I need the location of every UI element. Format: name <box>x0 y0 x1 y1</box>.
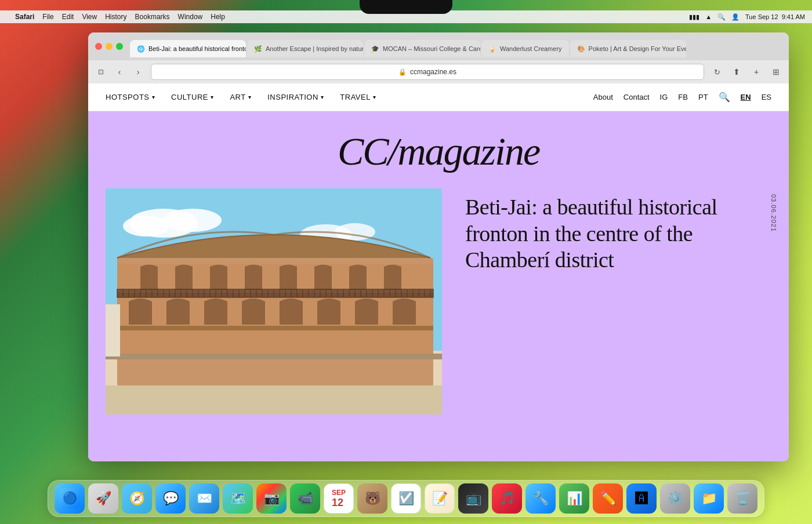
dock-facetime[interactable]: 📹 <box>290 483 320 514</box>
hero-text-area: Beti-Jai: a beautiful historical fronton… <box>465 188 771 274</box>
nav-culture[interactable]: CULTURE ▾ <box>171 93 213 101</box>
nav-fb[interactable]: FB <box>678 93 688 101</box>
nav-contact[interactable]: Contact <box>624 93 650 101</box>
url-text: ccmagazine.es <box>410 68 456 76</box>
traffic-lights <box>88 38 130 54</box>
dock-settings[interactable]: ⚙️ <box>660 483 690 514</box>
svg-rect-69 <box>106 304 120 356</box>
browser-chrome-top: 🌐 Beti-Jai: a beautiful historical front… <box>88 32 789 60</box>
magazine-title: CC/magazine <box>106 129 771 174</box>
dock-reminders[interactable]: ☑️ <box>391 483 421 514</box>
tab-2-favicon: 🎓 <box>371 45 379 53</box>
dock-numbers[interactable]: 📊 <box>559 483 589 514</box>
minimize-button[interactable] <box>106 43 113 50</box>
back-button[interactable]: ‹ <box>111 64 128 80</box>
svg-point-2 <box>164 209 222 232</box>
dock-music[interactable]: 🎵 <box>492 483 522 514</box>
nav-inspiration[interactable]: INSPIRATION ▾ <box>267 93 324 101</box>
hotspots-arrow-icon: ▾ <box>152 94 155 100</box>
nav-about[interactable]: About <box>593 93 613 101</box>
article-date: 03.06.2021 <box>770 194 777 232</box>
browser-actions: ↻ ⬆ + ⊞ <box>709 64 784 80</box>
tab-4-label: Poketo | Art & Design For Your Every Day <box>589 45 686 52</box>
bookmarks-menu[interactable]: Bookmarks <box>135 13 170 21</box>
dock-finder[interactable]: 🔵 <box>55 483 85 514</box>
nav-pt[interactable]: PT <box>698 93 708 101</box>
dock-pencil[interactable]: ✏️ <box>593 483 623 514</box>
dock-launchpad[interactable]: 🚀 <box>88 483 118 514</box>
hero-content: Beti-Jai: a beautiful historical fronton… <box>106 188 771 414</box>
tab-0-favicon: 🌐 <box>137 45 145 53</box>
nav-travel[interactable]: TRAVEL ▾ <box>340 93 376 101</box>
svg-rect-67 <box>117 330 433 354</box>
nav-controls: ⊡ ‹ › <box>93 64 146 80</box>
wifi-icon: ▲ <box>705 13 712 20</box>
search-icon[interactable]: 🔍 <box>717 13 726 21</box>
dock: 🔵 🚀 🧭 💬 ✉️ 🗺️ 📷 📹 SEP12 🐻 ☑️ 📝 📺 🎵 🔧 <box>48 480 764 517</box>
nav-hotspots[interactable]: HOTSPOTS ▾ <box>106 93 155 101</box>
dock-bear[interactable]: 🐻 <box>357 483 387 514</box>
browser-window: 🌐 Beti-Jai: a beautiful historical front… <box>88 32 789 461</box>
share-button[interactable]: ⬆ <box>728 64 745 80</box>
help-menu[interactable]: Help <box>211 13 225 21</box>
dock-support[interactable]: 🔧 <box>525 483 556 514</box>
hero-image <box>106 188 442 414</box>
nav-en[interactable]: EN <box>741 93 751 101</box>
dock-trash[interactable]: 🗑️ <box>727 483 757 514</box>
view-menu[interactable]: View <box>82 13 97 21</box>
close-button[interactable] <box>95 43 102 50</box>
dock-folder[interactable]: 📁 <box>694 483 724 514</box>
dock-calendar[interactable]: SEP12 <box>324 483 354 514</box>
battery-icon: ▮▮▮ <box>689 13 699 21</box>
travel-arrow-icon: ▾ <box>373 94 376 100</box>
new-tab-button[interactable]: + <box>748 64 764 80</box>
nav-left: HOTSPOTS ▾ CULTURE ▾ ART ▾ INSPIRATION ▾… <box>106 93 376 101</box>
dock-safari[interactable]: 🧭 <box>122 483 152 514</box>
tab-3[interactable]: 🍦 Wanderlust Creamery <box>481 40 569 57</box>
reload-button[interactable]: ↻ <box>709 64 725 80</box>
history-menu[interactable]: History <box>105 13 126 21</box>
dock-appstore[interactable]: 🅰 <box>626 483 657 514</box>
user-icon[interactable]: 👤 <box>731 13 740 21</box>
lock-icon: 🔒 <box>398 68 407 76</box>
dock-maps[interactable]: 🗺️ <box>223 483 253 514</box>
dock-messages[interactable]: 💬 <box>155 483 186 514</box>
macbook-notch <box>360 0 452 14</box>
nav-hotspots-label: HOTSPOTS <box>106 93 150 101</box>
nav-travel-label: TRAVEL <box>340 93 371 101</box>
tab-0[interactable]: 🌐 Beti-Jai: a beautiful historical front… <box>130 40 246 57</box>
tab-4[interactable]: 🎨 Poketo | Art & Design For Your Every D… <box>570 40 686 57</box>
tab-2-label: MOCAN – Missouri College & Career Attain… <box>383 45 480 52</box>
dock-freeform[interactable]: 📝 <box>425 483 455 514</box>
nav-es[interactable]: ES <box>762 93 771 101</box>
nav-art[interactable]: ART ▾ <box>230 93 251 101</box>
tab-1[interactable]: 🌿 Another Escape | Inspired by nature <box>247 40 363 57</box>
dock-mail[interactable]: ✉️ <box>189 483 219 514</box>
tab-4-favicon: 🎨 <box>577 45 585 53</box>
tab-3-label: Wanderlust Creamery <box>500 45 562 52</box>
window-menu[interactable]: Window <box>178 13 203 21</box>
svg-point-3 <box>123 216 169 236</box>
tabs-container: 🌐 Beti-Jai: a beautiful historical front… <box>130 35 789 57</box>
svg-rect-68 <box>106 354 442 359</box>
nav-ig[interactable]: IG <box>660 93 668 101</box>
dock-appletv[interactable]: 📺 <box>458 483 488 514</box>
tab-2[interactable]: 🎓 MOCAN – Missouri College & Career Atta… <box>364 40 480 57</box>
svg-rect-10 <box>117 297 433 329</box>
edit-menu[interactable]: Edit <box>62 13 74 21</box>
nav-art-label: ART <box>230 93 245 101</box>
url-bar-area: ⊡ ‹ › 🔒 ccmagazine.es ↻ ⬆ + ⊞ <box>88 60 789 83</box>
forward-button[interactable]: › <box>130 64 146 80</box>
app-name[interactable]: Safari <box>15 13 34 21</box>
sidebar-toggle-button[interactable]: ⊡ <box>93 64 109 80</box>
fullscreen-button[interactable] <box>116 43 123 50</box>
tab-0-label: Beti-Jai: a beautiful historical fronton… <box>148 45 246 52</box>
svg-rect-70 <box>106 385 442 414</box>
nav-inspiration-label: INSPIRATION <box>267 93 318 101</box>
sidebar-button[interactable]: ⊞ <box>768 64 784 80</box>
nav-search-icon[interactable]: 🔍 <box>719 92 730 103</box>
file-menu[interactable]: File <box>42 13 53 21</box>
svg-rect-11 <box>117 289 433 297</box>
url-bar[interactable]: 🔒 ccmagazine.es <box>151 64 704 80</box>
dock-photos[interactable]: 📷 <box>256 483 287 514</box>
